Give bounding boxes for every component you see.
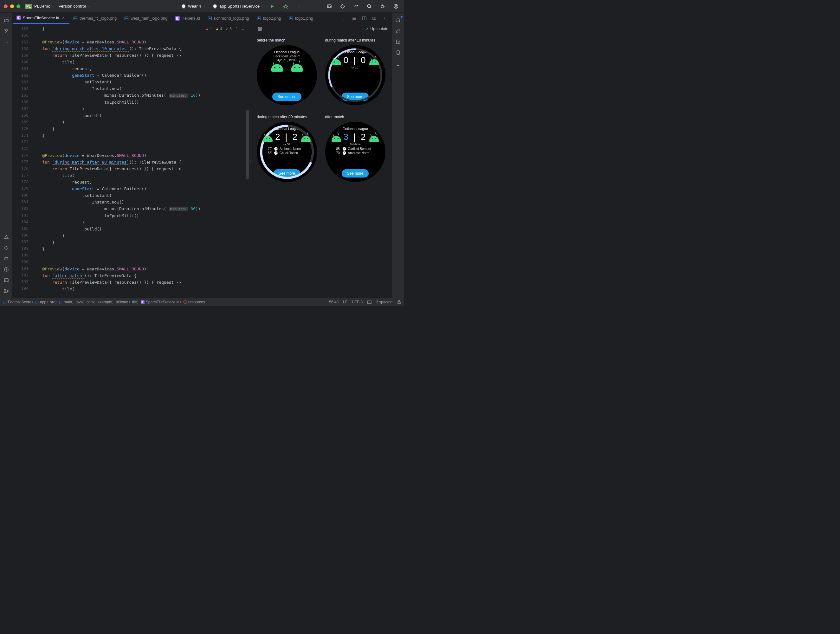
structure-tool-icon[interactable] — [2, 27, 11, 35]
image-file-icon — [124, 16, 129, 21]
code-with-me-icon[interactable] — [325, 2, 334, 11]
indent[interactable]: 2 spaces* — [376, 300, 393, 304]
breadcrumb-item[interactable]: SportsTileService.kt — [141, 300, 179, 304]
preview-label: after match — [325, 115, 344, 119]
preview-status: Up-to-date — [366, 27, 388, 31]
breadcrumb-item[interactable]: ▢ app — [35, 300, 46, 304]
breadcrumbs[interactable]: ▢ FootballScore〉▢ app〉src〉▢ main〉java〉co… — [3, 300, 205, 305]
preview-label: before the match — [257, 38, 285, 43]
code-area[interactable]: } @Preview(device = WearDevices.SMALL_RO… — [32, 24, 249, 298]
svg-rect-17 — [74, 17, 77, 20]
device-manager-icon[interactable] — [394, 37, 403, 46]
readonly-lock-icon[interactable] — [397, 300, 401, 304]
settings-icon[interactable] — [378, 2, 387, 11]
breadcrumb-item[interactable]: ▢ FootballScore — [3, 300, 32, 304]
vcs-tool-icon[interactable] — [2, 286, 11, 296]
search-icon[interactable] — [365, 2, 374, 11]
inspection-widget[interactable]: ▲ 1 ▲ 4 ✓ 5 ⌃⌄ — [204, 26, 246, 32]
tab-indicator-icon[interactable] — [367, 300, 371, 304]
tab-label: west_ham_logo.png — [131, 16, 167, 21]
line-gutter[interactable]: 155 156 157 158 159 160 161 162 163 164 … — [13, 24, 32, 298]
preview-item[interactable]: during match after 10 minutes Fictional … — [325, 38, 387, 105]
notifications-icon[interactable] — [394, 16, 403, 25]
tab-more-icon[interactable]: ⋮ — [380, 14, 389, 23]
breadcrumb-item[interactable]: example — [98, 300, 112, 304]
more-actions-icon[interactable]: ⋮ — [294, 2, 303, 11]
encoding[interactable]: UTF-8 — [352, 300, 363, 304]
editor-tab[interactable]: logo2.png — [253, 13, 285, 24]
kotlin-file-icon — [16, 16, 21, 20]
android-logo-icon — [271, 64, 283, 72]
editor-tab[interactable]: SportsTileService.kt× — [13, 13, 69, 24]
breadcrumb-item[interactable]: ⓘ resources — [183, 300, 205, 305]
close-icon[interactable]: × — [61, 15, 66, 20]
status-bar: ▢ FootballScore〉▢ app〉src〉▢ main〉java〉co… — [0, 298, 404, 306]
android-logo-icon — [369, 136, 379, 142]
vcs-dropdown[interactable]: Version control — [58, 4, 90, 9]
preview-item[interactable]: during match after 80 minutes Fictional … — [257, 115, 319, 182]
breadcrumb-item[interactable]: ▢ main — [59, 300, 72, 304]
svg-rect-24 — [257, 17, 261, 20]
editor-tab[interactable]: west_ham_logo.png — [120, 13, 171, 24]
tab-label: Helpers.kt — [182, 16, 201, 21]
watch-preview: Fictional League 3 | 2Full-time 85'Garfi… — [325, 122, 385, 182]
toolbar-icon-1[interactable] — [338, 2, 347, 11]
breadcrumb-item[interactable]: tile — [132, 300, 137, 304]
svg-rect-22 — [208, 17, 212, 20]
run-button[interactable] — [268, 2, 277, 11]
problems-tool-icon[interactable] — [2, 265, 11, 274]
svg-rect-29 — [373, 17, 376, 20]
editor-tab[interactable]: Helpers.kt — [172, 13, 204, 24]
svg-point-3 — [367, 5, 371, 8]
android-logo-icon — [291, 64, 303, 72]
android-logo-icon — [332, 59, 341, 65]
see-details-button[interactable]: See details — [272, 93, 301, 101]
account-icon[interactable] — [392, 2, 400, 11]
see-more-button[interactable]: See more — [342, 169, 368, 177]
breadcrumb-item[interactable]: com — [87, 300, 94, 304]
chevron-down-icon[interactable]: ⌵ — [339, 14, 348, 23]
toolbar-icon-2[interactable] — [352, 2, 360, 11]
svg-rect-10 — [5, 258, 8, 260]
splitter[interactable]: ⫶ — [249, 24, 252, 298]
breadcrumb-item[interactable]: src — [50, 300, 55, 304]
build-tool-icon[interactable] — [2, 233, 11, 242]
editor-tab[interactable]: themes_fc_logo.png — [69, 13, 120, 24]
gradle-icon[interactable] — [394, 27, 403, 35]
scrollbar[interactable] — [246, 110, 249, 179]
svg-point-8 — [7, 29, 8, 30]
terminal-tool-icon[interactable] — [2, 276, 11, 285]
services-tool-icon[interactable] — [2, 243, 11, 252]
split-view-icon[interactable] — [360, 14, 369, 23]
device-dropdown[interactable]: Wear 4 — [188, 4, 205, 9]
ai-assistant-icon[interactable]: ✦ — [394, 61, 403, 70]
emulator-icon[interactable] — [394, 48, 403, 57]
preview-refresh-icon[interactable] — [256, 24, 264, 33]
editor-tab[interactable]: richmond_logo.png — [204, 13, 253, 24]
run-config-dropdown[interactable]: app.SportsTileService — [219, 4, 264, 9]
caret-position[interactable]: 56:43 — [329, 300, 338, 304]
left-toolbar: ⋯ — [0, 13, 13, 298]
window-controls[interactable] — [4, 5, 20, 8]
svg-rect-19 — [125, 17, 128, 20]
logcat-tool-icon[interactable] — [2, 254, 11, 263]
more-tool-icon[interactable]: ⋯ — [2, 37, 11, 46]
editor-tab[interactable]: logo1.png — [285, 13, 317, 24]
debug-button[interactable] — [281, 2, 290, 11]
kotlin-file-icon — [175, 16, 180, 21]
list-view-icon[interactable] — [350, 14, 358, 23]
svg-point-2 — [341, 5, 344, 8]
breadcrumb-item[interactable]: java — [76, 300, 83, 304]
watch-preview: Fictional League 0 | 0 10' See more — [325, 45, 385, 105]
preview-view-icon[interactable] — [370, 14, 379, 23]
breadcrumb-item[interactable]: pldemo — [116, 300, 128, 304]
preview-item[interactable]: before the matchFictional LeagueBack roa… — [257, 38, 319, 105]
line-ending[interactable]: LF — [343, 300, 347, 304]
android-logo-icon — [301, 136, 311, 142]
project-dropdown[interactable]: PLDemo — [34, 4, 54, 9]
preview-item[interactable]: after matchFictional League 3 | 2Full-ti… — [325, 115, 387, 182]
project-tool-icon[interactable] — [2, 16, 11, 25]
code-editor[interactable]: ▲ 1 ▲ 4 ✓ 5 ⌃⌄ 155 156 157 158 159 160 1… — [13, 24, 249, 298]
android-logo-icon — [369, 59, 379, 65]
watch-preview: Fictional LeagueBack road StadiumJun 21,… — [257, 45, 317, 105]
